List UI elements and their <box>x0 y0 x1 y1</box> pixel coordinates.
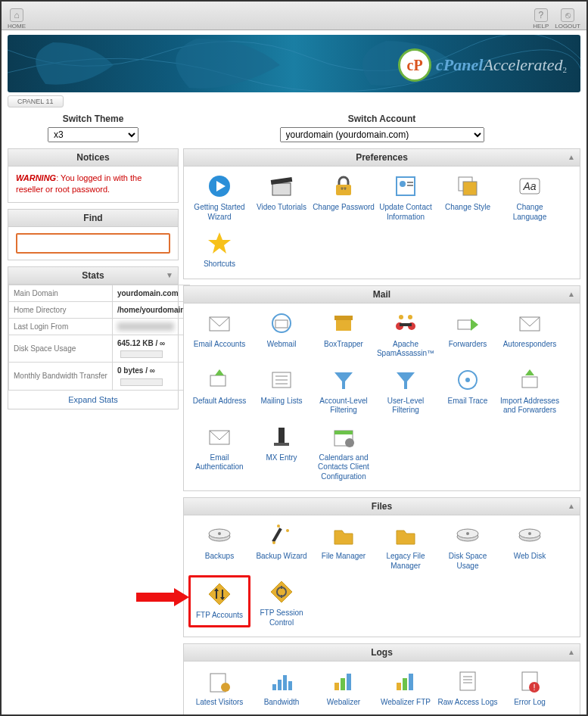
backup-wizard[interactable]: Backup Wizard <box>250 521 313 571</box>
file-manager[interactable]: File Manager <box>313 521 375 571</box>
tile-label: Email Accounts <box>188 340 250 350</box>
find-input[interactable] <box>16 233 170 254</box>
help-button[interactable]: ? HELP <box>533 8 549 30</box>
tile-label: Latest Visitors <box>188 698 250 708</box>
shortcuts[interactable]: Shortcuts <box>188 229 250 269</box>
style-icon <box>454 173 481 200</box>
import-icon <box>516 366 543 394</box>
mx-entry[interactable]: MX Entry <box>250 423 313 482</box>
switch-account-block: Switch Account yourdomain (yourdomain.co… <box>183 112 580 148</box>
webalizer-ftp[interactable]: Webalizer FTP <box>375 668 437 708</box>
switch-account-select[interactable]: yourdomain (yourdomain.com) <box>280 127 484 142</box>
getting-started-wizard[interactable]: Getting Started Wizard <box>188 173 250 222</box>
visitors-icon <box>206 668 233 695</box>
svg-rect-78 <box>409 674 413 690</box>
stats-label: Home Directory <box>9 301 113 318</box>
tile-label: Apache SpamAssassin™ <box>375 340 437 359</box>
raw-icon <box>454 668 481 695</box>
svg-point-7 <box>400 181 406 187</box>
web-disk[interactable]: Web Disk <box>499 521 561 571</box>
chevron-up-icon[interactable]: ▲ <box>568 648 575 656</box>
expand-stats-link[interactable]: Expand Stats <box>8 391 178 409</box>
top-toolbar: ⌂ HOME ? HELP ⎋ LOGOUT <box>2 2 586 30</box>
account-filtering[interactable]: Account-Level Filtering <box>313 366 375 416</box>
stats-value: 645.12 KB / ∞ <box>112 335 189 362</box>
ftpsess-icon <box>268 578 295 605</box>
tile-label: Raw Access Logs <box>437 698 499 708</box>
tile-label: Error Log <box>499 698 561 708</box>
chevron-down-icon[interactable]: ▼ <box>166 271 173 279</box>
spamassassin[interactable]: Apache SpamAssassin™ <box>375 310 437 359</box>
tile-label: Email Trace <box>437 397 499 406</box>
chevron-up-icon[interactable]: ▲ <box>568 502 575 510</box>
svg-rect-42 <box>274 443 289 446</box>
update-contact[interactable]: Update Contact Information <box>375 173 437 222</box>
disk-usage[interactable]: Disk Space Usage <box>437 521 499 571</box>
logout-button[interactable]: ⎋ LOGOUT <box>555 8 580 30</box>
user-filtering[interactable]: User-Level Filtering <box>375 366 437 416</box>
latest-visitors[interactable]: Latest Visitors <box>188 668 250 708</box>
tile-label: FTP Accounts <box>191 611 248 621</box>
backups[interactable]: Backups <box>188 521 250 571</box>
svg-marker-59 <box>209 584 230 605</box>
home-button[interactable]: ⌂ HOME <box>8 8 26 30</box>
video-tutorials[interactable]: Video Tutorials <box>250 173 313 222</box>
tile-label: Account-Level Filtering <box>313 397 375 416</box>
email-auth[interactable]: Email Authentication <box>188 423 250 482</box>
legacy-file-manager[interactable]: Legacy File Manager <box>375 521 437 571</box>
stats-row: Last Login From000.000.000.000 <box>9 318 190 335</box>
svg-point-24 <box>408 315 412 319</box>
switch-theme-select[interactable]: x3 <box>48 127 138 142</box>
stats-title: Stats ▼ <box>8 267 178 285</box>
svg-marker-26 <box>471 319 478 331</box>
mail-icon <box>206 310 233 337</box>
svg-rect-28 <box>210 375 226 386</box>
forwarders[interactable]: Forwarders <box>437 310 499 359</box>
stats-label: Main Domain <box>9 285 113 301</box>
errlog-icon: ! <box>516 668 543 695</box>
change-style[interactable]: Change Style <box>437 173 499 222</box>
email-accounts[interactable]: Email Accounts <box>188 310 250 359</box>
backup-icon <box>206 521 233 549</box>
svg-point-68 <box>221 683 230 692</box>
svg-rect-73 <box>334 683 339 690</box>
boxtrapper[interactable]: BoxTrapper <box>313 310 375 359</box>
group-title: Preferences▲ <box>184 149 580 167</box>
email-trace[interactable]: Email Trace <box>437 366 499 416</box>
tile-label: Webmail <box>250 340 313 350</box>
chevron-up-icon[interactable]: ▲ <box>568 290 575 298</box>
webmail[interactable]: Webmail <box>250 310 313 359</box>
star-icon <box>206 229 233 257</box>
cal-icon <box>330 423 357 450</box>
breadcrumb[interactable]: CPANEL 11 <box>8 95 64 107</box>
default-address[interactable]: Default Address <box>188 366 250 416</box>
bandwidth[interactable]: Bandwidth <box>250 668 313 708</box>
change-password[interactable]: **Change Password <box>313 173 375 222</box>
ftp-icon <box>206 581 233 608</box>
autoresponders[interactable]: Autoresponders <box>499 310 561 359</box>
icon-grid: Latest VisitorsBandwidthWebalizerWebaliz… <box>184 662 580 716</box>
import-addresses[interactable]: Import Addresses and Forwarders <box>499 366 561 416</box>
brand-text: cPanelAccelerated2 <box>436 55 567 75</box>
tile-label: Video Tutorials <box>250 203 313 213</box>
list-icon <box>268 366 295 394</box>
error-log[interactable]: !Error Log <box>499 668 561 708</box>
svg-marker-35 <box>397 372 415 389</box>
caldav[interactable]: Calendars and Contacts Client Configurat… <box>313 423 375 482</box>
stats-row: Main Domainyourdomain.com <box>9 285 190 301</box>
webalizer[interactable]: Webalizer <box>313 668 375 708</box>
stats-label: Last Login From <box>9 318 113 335</box>
webdisk-icon <box>516 521 543 549</box>
raw-access[interactable]: Raw Access Logs <box>437 668 499 708</box>
svg-rect-79 <box>460 672 475 690</box>
ftp-accounts[interactable]: FTP Accounts <box>188 575 250 627</box>
mailing-lists[interactable]: Mailing Lists <box>250 366 313 416</box>
chevron-up-icon[interactable]: ▲ <box>568 153 575 161</box>
tile-label: Update Contact Information <box>375 203 437 222</box>
tile-label: Webalizer FTP <box>375 698 437 708</box>
tile-label: Change Password <box>313 203 375 213</box>
stats-label: Disk Space Usage <box>9 335 113 362</box>
change-language[interactable]: AaChange Language <box>499 173 561 222</box>
ftp-session[interactable]: FTP Session Control <box>250 578 313 627</box>
stats-value: /home/yourdomain <box>112 301 189 318</box>
